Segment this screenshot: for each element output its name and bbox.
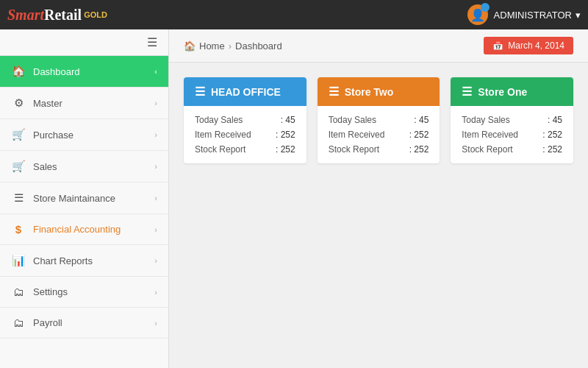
card-store-one-header: ☰ Store One (451, 77, 573, 106)
breadcrumb-separator: › (229, 40, 232, 52)
chevron-icon-purchase: › (154, 130, 157, 139)
chevron-icon-chart-reports: › (154, 256, 157, 265)
main-content: 🏠 Home › Dashboard 📅 March 4, 2014 ☰ HEA… (169, 29, 588, 368)
sidebar-item-financial-accounting[interactable]: $ Financial Accounting › (0, 214, 168, 245)
card-head-office-title: HEAD OFFICE (211, 86, 281, 98)
card-label: Item Received (195, 130, 251, 140)
card-store-two: ☰ Store Two Today Sales : 45 Item Receiv… (318, 77, 440, 163)
sidebar-label-purchase: Purchase (33, 130, 154, 141)
purchase-icon: 🛒 (11, 128, 26, 141)
calendar-icon: 📅 (492, 40, 503, 51)
sidebar-label-chart-reports: Chart Reports (33, 255, 154, 266)
sidebar-item-store-maintainance[interactable]: ☰ Store Maintainance › (0, 183, 168, 214)
card-label: Today Sales (195, 115, 243, 125)
card-label: Item Received (462, 130, 518, 140)
card-head-office-header: ☰ HEAD OFFICE (184, 77, 306, 106)
user-avatar: 👤 (467, 4, 488, 25)
card-list-icon-store-one: ☰ (462, 85, 472, 99)
sidebar-item-master[interactable]: ⚙ Master › (0, 88, 168, 119)
home-icon: 🏠 (184, 40, 196, 52)
card-row: Today Sales : 45 (462, 115, 562, 125)
sidebar-item-chart-reports[interactable]: 📊 Chart Reports › (0, 245, 168, 277)
card-head-office-body: Today Sales : 45 Item Received : 252 Sto… (184, 106, 306, 163)
sidebar-item-dashboard[interactable]: 🏠 Dashboard ‹ (0, 56, 168, 88)
card-head-office: ☰ HEAD OFFICE Today Sales : 45 Item Rece… (184, 77, 306, 163)
chevron-icon-dashboard: ‹ (154, 67, 157, 76)
dashboard-cards: ☰ HEAD OFFICE Today Sales : 45 Item Rece… (169, 63, 588, 178)
card-value: : 252 (409, 144, 429, 155)
card-store-two-title: Store Two (345, 86, 394, 98)
sidebar-item-payroll[interactable]: 🗂 Payroll › (0, 308, 168, 339)
card-row: Stock Report : 252 (195, 144, 295, 155)
sales-icon: 🛒 (11, 160, 26, 173)
chart-reports-icon: 📊 (11, 254, 26, 267)
user-menu[interactable]: 👤 ADMINISTRATOR ▾ (467, 4, 581, 25)
hamburger-icon[interactable]: ☰ (147, 35, 157, 49)
card-row: Item Received : 252 (195, 130, 295, 140)
sidebar-item-sales[interactable]: 🛒 Sales › (0, 151, 168, 183)
dashboard-icon: 🏠 (11, 65, 26, 78)
sidebar-label-payroll: Payroll (33, 317, 154, 328)
card-label: Stock Report (195, 144, 245, 155)
user-dropdown-icon: ▾ (576, 10, 581, 21)
breadcrumb: 🏠 Home › Dashboard (184, 40, 282, 52)
card-list-icon-store-two: ☰ (329, 85, 339, 99)
card-value: : 45 (414, 115, 429, 125)
breadcrumb-home-label: Home (199, 40, 225, 52)
date-text: March 4, 2014 (508, 40, 564, 51)
brand-gold: GOLD (84, 10, 107, 19)
breadcrumb-bar: 🏠 Home › Dashboard 📅 March 4, 2014 (169, 29, 588, 63)
sidebar-toggle-container: ☰ (0, 29, 168, 56)
card-row: Item Received : 252 (329, 130, 429, 140)
store-maintainance-icon: ☰ (11, 191, 26, 205)
brand-retail: Retail (44, 7, 82, 24)
card-value: : 252 (409, 130, 429, 140)
top-navbar: SmartRetailGOLD 👤 ADMINISTRATOR ▾ (0, 0, 588, 29)
chevron-icon-master: › (154, 99, 157, 107)
card-store-two-body: Today Sales : 45 Item Received : 252 Sto… (318, 106, 440, 163)
card-row: Item Received : 252 (462, 130, 562, 140)
card-store-one-title: Store One (478, 86, 527, 98)
payroll-icon: 🗂 (11, 316, 26, 329)
user-badge (481, 3, 490, 12)
card-label: Item Received (329, 130, 385, 140)
brand-logo: SmartRetailGOLD (7, 7, 107, 24)
sidebar-label-sales: Sales (33, 161, 154, 172)
card-value: : 252 (276, 144, 295, 155)
date-badge: 📅 March 4, 2014 (484, 37, 573, 54)
card-value: : 252 (276, 130, 295, 140)
card-store-two-header: ☰ Store Two (318, 77, 440, 106)
chevron-icon-sales: › (154, 162, 157, 171)
sidebar-label-settings: Settings (33, 286, 154, 297)
card-value: : 252 (542, 144, 562, 155)
sidebar-item-settings[interactable]: 🗂 Settings › (0, 277, 168, 308)
card-store-one: ☰ Store One Today Sales : 45 Item Receiv… (451, 77, 573, 163)
card-store-one-body: Today Sales : 45 Item Received : 252 Sto… (451, 106, 573, 163)
chevron-icon-store-maintainance: › (154, 194, 157, 202)
settings-icon: 🗂 (11, 286, 26, 298)
chevron-icon-financial-accounting: › (154, 225, 157, 234)
user-name: ADMINISTRATOR (494, 10, 572, 21)
sidebar-item-purchase[interactable]: 🛒 Purchase › (0, 119, 168, 151)
sidebar-label-financial-accounting: Financial Accounting (33, 224, 154, 235)
card-value: : 45 (548, 115, 562, 125)
card-value: : 45 (281, 115, 295, 125)
sidebar-label-dashboard: Dashboard (33, 66, 154, 77)
card-label: Today Sales (462, 115, 509, 125)
card-row: Stock Report : 252 (462, 144, 562, 155)
sidebar: ☰ 🏠 Dashboard ‹ ⚙ Master › 🛒 Purchase › … (0, 29, 169, 368)
card-label: Stock Report (329, 144, 379, 155)
sidebar-label-master: Master (33, 98, 154, 109)
main-layout: ☰ 🏠 Dashboard ‹ ⚙ Master › 🛒 Purchase › … (0, 29, 588, 368)
financial-icon: $ (11, 223, 26, 236)
sidebar-label-store-maintainance: Store Maintainance (33, 193, 154, 204)
brand-smart: Smart (7, 7, 44, 24)
master-icon: ⚙ (11, 96, 26, 110)
card-row: Today Sales : 45 (195, 115, 295, 125)
card-list-icon-head-office: ☰ (195, 85, 205, 99)
card-row: Stock Report : 252 (329, 144, 429, 155)
chevron-icon-payroll: › (154, 319, 157, 328)
card-label: Stock Report (462, 144, 512, 155)
chevron-icon-settings: › (154, 288, 157, 297)
card-row: Today Sales : 45 (329, 115, 429, 125)
